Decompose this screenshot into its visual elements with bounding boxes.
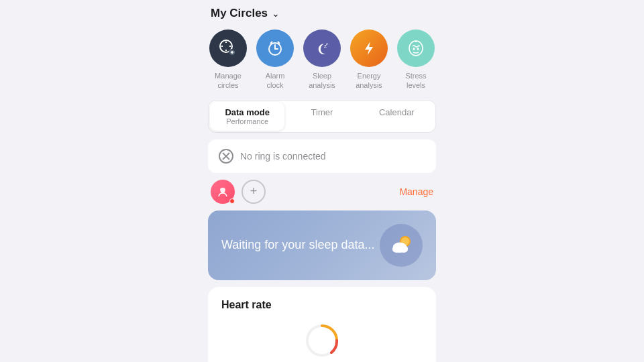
- add-user-button[interactable]: +: [241, 180, 266, 204]
- sleep-weather-icon: [380, 224, 423, 267]
- sleep-waiting-text: Waiting for your sleep data...: [221, 238, 374, 252]
- heart-rate-title: Heart rate: [221, 299, 423, 311]
- sleep-card: Waiting for your sleep data...: [208, 210, 436, 280]
- chevron-down-icon[interactable]: ⌄: [272, 8, 280, 19]
- tab-data-mode-label: Data mode: [213, 107, 282, 117]
- heart-rate-card: Heart rate Sleeping Active Sport: [208, 287, 436, 362]
- tab-calendar[interactable]: Calendar: [360, 102, 434, 131]
- avatar-row: + Manage: [208, 180, 436, 204]
- tab-data-mode[interactable]: Data mode Performance: [210, 102, 284, 131]
- svg-marker-16: [365, 42, 373, 55]
- main-container: My Circles ⌄ Manage circles: [208, 7, 436, 362]
- loading-ring: [221, 320, 423, 361]
- stress-levels-icon: [397, 29, 435, 67]
- circle-item-stress[interactable]: Stress levels: [397, 29, 435, 90]
- tab-data-mode-sublabel: Performance: [213, 117, 282, 125]
- plus-icon: +: [250, 184, 258, 198]
- no-ring-icon: [219, 149, 233, 164]
- tab-calendar-label: Calendar: [362, 107, 431, 117]
- circle-label-sleep: Sleep analysis: [303, 71, 341, 90]
- circles-scroll: Manage circles Alarm clock z: [208, 27, 436, 93]
- tab-timer[interactable]: Timer: [284, 102, 359, 131]
- svg-point-20: [417, 48, 419, 50]
- alarm-clock-icon: [256, 29, 294, 67]
- page-title: My Circles: [211, 7, 268, 20]
- circle-label-energy: Energy analysis: [350, 71, 388, 90]
- svg-point-1: [225, 45, 228, 48]
- circle-item-energy[interactable]: Energy analysis: [350, 29, 388, 90]
- circle-item-sleep[interactable]: z z Sleep analysis: [303, 29, 341, 90]
- tab-timer-label: Timer: [287, 107, 356, 117]
- tabs-container: Data mode Performance Timer Calendar: [208, 100, 436, 133]
- no-ring-text: No ring is connected: [240, 151, 326, 162]
- circle-label-manage: Manage circles: [209, 71, 247, 90]
- circle-item-manage[interactable]: Manage circles: [209, 29, 247, 90]
- circle-item-alarm[interactable]: Alarm clock: [256, 29, 294, 90]
- no-ring-card: No ring is connected: [208, 139, 436, 173]
- svg-point-30: [392, 245, 400, 252]
- svg-text:z: z: [326, 42, 328, 46]
- notification-dot: [229, 198, 235, 204]
- manage-button[interactable]: Manage: [399, 186, 433, 197]
- sleep-analysis-icon: z z: [303, 29, 341, 67]
- user-avatar[interactable]: [211, 180, 235, 204]
- circle-label-stress: Stress levels: [397, 71, 435, 90]
- energy-analysis-icon: [350, 29, 388, 67]
- manage-circles-icon: [209, 29, 247, 67]
- circle-label-alarm: Alarm clock: [256, 71, 294, 90]
- section-header: My Circles ⌄: [208, 7, 436, 20]
- svg-point-19: [413, 48, 415, 50]
- svg-point-31: [400, 245, 408, 252]
